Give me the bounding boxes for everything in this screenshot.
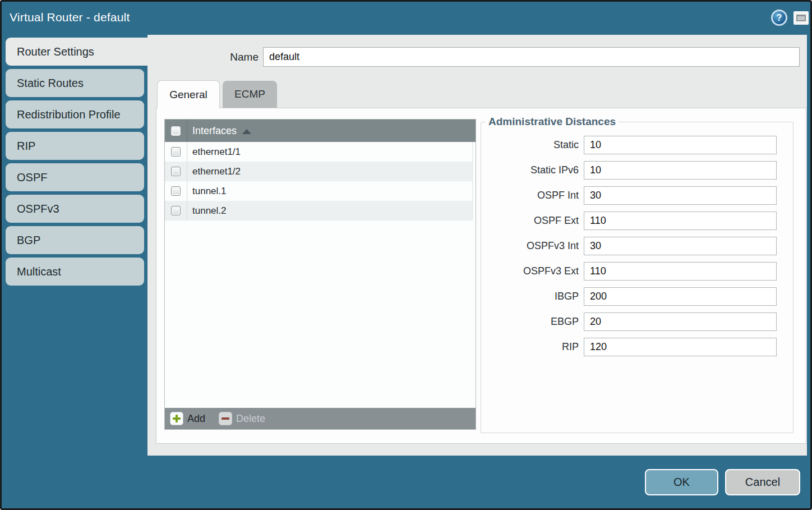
tab-label: ECMP [234, 88, 265, 100]
ok-button[interactable]: OK [645, 469, 718, 495]
field-row-ospfv3-ext: OSPFv3 Ext [481, 262, 784, 281]
ibgp-distance-input[interactable] [584, 287, 777, 306]
sidebar-item-label: OSPF [17, 171, 47, 184]
sidebar-item-multicast[interactable]: Multicast [6, 258, 144, 286]
row-check-cell [165, 201, 187, 220]
ebgp-distance-input[interactable] [584, 313, 777, 331]
sidebar-item-label: OSPFv3 [17, 203, 59, 215]
static-distance-input[interactable] [584, 136, 777, 154]
add-button-label: Add [187, 413, 205, 425]
interface-name: ethernet1/2 [192, 166, 241, 177]
sidebar-nav: Router Settings Static Routes Redistribu… [6, 38, 149, 289]
sidebar-item-label: Multicast [17, 265, 61, 278]
field-label: Static [481, 139, 584, 151]
administrative-distances-legend: Administrative Distances [486, 116, 619, 128]
select-all-cell [165, 120, 187, 142]
field-row-static-ipv6: Static IPv6 [481, 161, 784, 180]
select-all-checkbox[interactable] [171, 126, 181, 136]
title-bar: Virtual Router - default ? [2, 2, 810, 35]
field-row-ibgp: IBGP [481, 287, 784, 306]
field-row-ospfv3-int: OSPFv3 Int [481, 237, 784, 255]
row-checkbox[interactable] [171, 167, 181, 176]
add-button[interactable]: Add [170, 412, 205, 425]
delete-button-label: Delete [236, 413, 265, 425]
tab-general[interactable]: General [157, 80, 220, 108]
tab-ecmp[interactable]: ECMP [223, 81, 277, 108]
tab-label: General [169, 89, 207, 101]
row-check-cell [165, 181, 187, 201]
field-label: Static IPv6 [481, 164, 584, 176]
ok-button-label: OK [673, 476, 690, 489]
table-row[interactable]: tunnel.2 [165, 201, 473, 220]
field-row-static: Static [481, 136, 784, 154]
sidebar-item-label: Static Routes [17, 77, 84, 90]
interfaces-column-header[interactable]: Interfaces [192, 125, 237, 137]
name-input[interactable] [263, 47, 800, 67]
table-row[interactable]: tunnel.1 [165, 181, 473, 201]
sidebar-item-label: Router Settings [17, 45, 94, 58]
row-check-cell [165, 162, 187, 181]
field-row-ospf-int: OSPF Int [481, 186, 784, 205]
field-label: OSPFv3 Ext [481, 265, 584, 277]
sidebar-item-bgp[interactable]: BGP [6, 226, 144, 254]
sidebar-item-ospf[interactable]: OSPF [6, 163, 144, 191]
interfaces-table: Interfaces ethernet1/1 ethernet1/2 tunne… [164, 119, 476, 430]
sidebar-item-router-settings[interactable]: Router Settings [6, 38, 149, 66]
help-icon[interactable]: ? [771, 10, 787, 26]
ospf-int-distance-input[interactable] [584, 186, 777, 205]
field-label: OSPFv3 Int [481, 240, 584, 252]
interface-name: ethernet1/1 [192, 146, 241, 158]
field-label: OSPF Int [481, 190, 584, 201]
interfaces-table-footer: Add Delete [165, 408, 476, 429]
sidebar-item-label: Redistribution Profile [17, 108, 121, 121]
field-label: RIP [481, 341, 584, 353]
delete-button[interactable]: Delete [219, 412, 265, 425]
ospfv3-int-distance-input[interactable] [584, 237, 777, 255]
field-row-ospf-ext: OSPF Ext [481, 212, 784, 230]
sidebar-item-redistribution-profile[interactable]: Redistribution Profile [6, 100, 144, 128]
minus-icon [219, 412, 232, 425]
sidebar-item-label: RIP [17, 140, 35, 153]
interface-name: tunnel.1 [192, 186, 227, 197]
sort-ascending-icon[interactable] [242, 129, 251, 134]
ospf-ext-distance-input[interactable] [584, 212, 777, 230]
rip-distance-input[interactable] [584, 338, 777, 356]
row-checkbox[interactable] [171, 147, 181, 157]
name-label: Name [187, 51, 259, 63]
sidebar-item-static-routes[interactable]: Static Routes [6, 69, 144, 97]
dialog-title: Virtual Router - default [10, 11, 130, 24]
table-row[interactable]: ethernet1/2 [165, 162, 473, 181]
virtual-router-dialog: Virtual Router - default ? Router Settin… [0, 0, 812, 510]
table-row[interactable]: ethernet1/1 [165, 142, 473, 162]
field-label: EBGP [481, 316, 584, 328]
field-label: OSPF Ext [481, 215, 584, 227]
ospfv3-ext-distance-input[interactable] [584, 262, 777, 281]
administrative-distances-group: Administrative Distances Static Static I… [481, 116, 793, 433]
window-icon[interactable] [793, 11, 809, 25]
field-label: IBGP [481, 291, 584, 302]
window-icon-inner [796, 15, 806, 21]
field-row-rip: RIP [481, 338, 784, 356]
sidebar-item-ospfv3[interactable]: OSPFv3 [6, 195, 144, 223]
cancel-button[interactable]: Cancel [725, 469, 800, 495]
help-icon-glyph: ? [777, 13, 782, 23]
plus-icon [170, 412, 183, 425]
sidebar-item-rip[interactable]: RIP [6, 132, 144, 160]
interface-name: tunnel.2 [192, 205, 227, 217]
field-row-ebgp: EBGP [481, 313, 784, 331]
row-checkbox[interactable] [171, 206, 181, 215]
sidebar-item-label: BGP [17, 234, 40, 247]
cancel-button-label: Cancel [745, 476, 780, 489]
static-ipv6-distance-input[interactable] [584, 161, 777, 180]
interfaces-table-header: Interfaces [165, 120, 476, 142]
interfaces-table-body: ethernet1/1 ethernet1/2 tunnel.1 tunnel.… [165, 142, 476, 408]
row-checkbox[interactable] [171, 186, 181, 196]
row-check-cell [165, 142, 187, 162]
